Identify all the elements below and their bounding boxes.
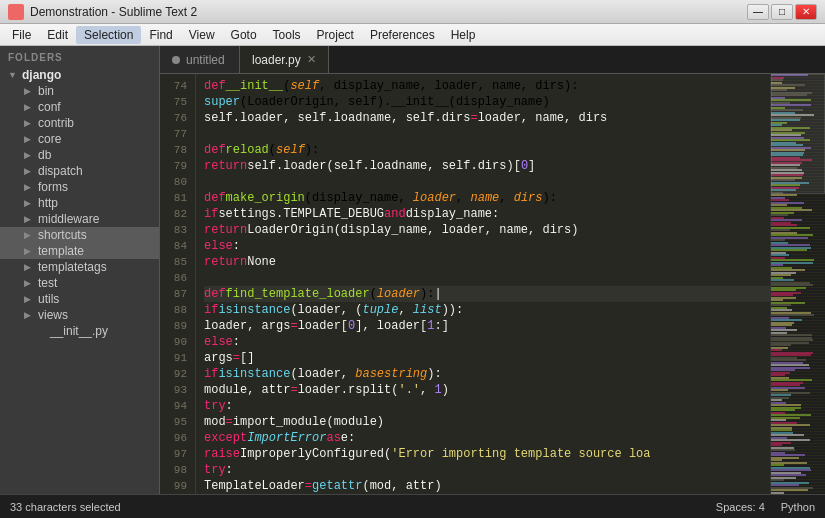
code-editor[interactable]: 7475767778798081828384858687888990919293… [160,74,770,494]
maximize-button[interactable]: □ [771,4,793,20]
code-line: loader, args = loader[0], loader[1:] [204,318,770,334]
sidebar-item-test[interactable]: ▶test [0,275,159,291]
code-line: super(LoaderOrigin, self).__init__(displ… [204,94,770,110]
line-number: 99 [164,478,187,494]
code-line [204,174,770,190]
line-number: 77 [164,126,187,142]
sidebar-item-shortcuts[interactable]: ▶shortcuts [0,227,159,243]
code-line: def make_origin(display_name, loader, na… [204,190,770,206]
menu-item-edit[interactable]: Edit [39,26,76,44]
tab-modified-dot [172,56,180,64]
tab-label: untitled [186,53,225,67]
sidebar-item-utils[interactable]: ▶utils [0,291,159,307]
menu-item-view[interactable]: View [181,26,223,44]
sidebar-item-db[interactable]: ▶db [0,147,159,163]
status-selection: 33 characters selected [10,501,704,513]
code-line [204,270,770,286]
sidebar-item-templatetags[interactable]: ▶templatetags [0,259,159,275]
tab-loader-py[interactable]: loader.py✕ [240,46,329,73]
code-line: TemplateLoader = getattr(mod, attr) [204,478,770,494]
main-layout: FOLDERS ▼django▶bin▶conf▶contrib▶core▶db… [0,46,825,494]
sidebar-item-views[interactable]: ▶views [0,307,159,323]
window-title: Demonstration - Sublime Text 2 [30,5,747,19]
sidebar: FOLDERS ▼django▶bin▶conf▶contrib▶core▶db… [0,46,160,494]
status-right: Spaces: 4 Python [716,501,815,513]
code-line: mod = import_module(module) [204,414,770,430]
window-controls: — □ ✕ [747,4,817,20]
title-bar: Demonstration - Sublime Text 2 — □ ✕ [0,0,825,24]
sidebar-item-conf[interactable]: ▶conf [0,99,159,115]
folders-label: FOLDERS [0,46,159,67]
menu-item-preferences[interactable]: Preferences [362,26,443,44]
code-line: return None [204,254,770,270]
status-spaces[interactable]: Spaces: 4 [716,501,765,513]
line-number: 98 [164,462,187,478]
menu-item-goto[interactable]: Goto [223,26,265,44]
menu-item-project[interactable]: Project [309,26,362,44]
line-number: 81 [164,190,187,206]
code-line [204,126,770,142]
code-line: else: [204,238,770,254]
code-line: def __init__(self, display_name, loader,… [204,78,770,94]
sidebar-item-forms[interactable]: ▶forms [0,179,159,195]
code-line: if settings.TEMPLATE_DEBUG and display_n… [204,206,770,222]
sidebar-item-template[interactable]: ▶template [0,243,159,259]
sidebar-item-http[interactable]: ▶http [0,195,159,211]
editor-area: untitledloader.py✕ 747576777879808182838… [160,46,825,494]
code-line: raise ImproperlyConfigured('Error import… [204,446,770,462]
sidebar-item-django[interactable]: ▼django [0,67,159,83]
menu-item-help[interactable]: Help [443,26,484,44]
code-line: try: [204,462,770,478]
menu-item-tools[interactable]: Tools [265,26,309,44]
code-line: return self.loader(self.loadname, self.d… [204,158,770,174]
code-line: except ImportError as e: [204,430,770,446]
sidebar-item-dispatch[interactable]: ▶dispatch [0,163,159,179]
code-line: def reload(self): [204,142,770,158]
line-number: 83 [164,222,187,238]
line-number: 94 [164,398,187,414]
sidebar-item-contrib[interactable]: ▶contrib [0,115,159,131]
line-number: 90 [164,334,187,350]
line-number: 92 [164,366,187,382]
line-number: 88 [164,302,187,318]
minimize-button[interactable]: — [747,4,769,20]
status-language[interactable]: Python [781,501,815,513]
code-line: args = [] [204,350,770,366]
line-number: 79 [164,158,187,174]
line-number: 93 [164,382,187,398]
code-line: try: [204,398,770,414]
menu-bar: FileEditSelectionFindViewGotoToolsProjec… [0,24,825,46]
code-line: self.loader, self.loadname, self.dirs = … [204,110,770,126]
line-number: 78 [164,142,187,158]
sidebar-item-core[interactable]: ▶core [0,131,159,147]
line-number: 86 [164,270,187,286]
line-number: 82 [164,206,187,222]
code-line: else: [204,334,770,350]
line-number: 89 [164,318,187,334]
code-content[interactable]: def __init__(self, display_name, loader,… [196,74,770,494]
sidebar-item---init---py[interactable]: __init__.py [0,323,159,339]
line-number: 84 [164,238,187,254]
line-number: 91 [164,350,187,366]
code-line: def find_template_loader(loader):| [204,286,770,302]
minimap [770,74,825,494]
tab-close-button[interactable]: ✕ [307,54,316,65]
line-number: 85 [164,254,187,270]
menu-item-selection[interactable]: Selection [76,26,141,44]
status-bar: 33 characters selected Spaces: 4 Python [0,494,825,518]
minimap-viewport [771,74,825,194]
close-button[interactable]: ✕ [795,4,817,20]
line-numbers: 7475767778798081828384858687888990919293… [160,74,196,494]
code-line: module, attr = loader.rsplit('.', 1) [204,382,770,398]
line-number: 80 [164,174,187,190]
line-number: 96 [164,430,187,446]
sidebar-item-middleware[interactable]: ▶middleware [0,211,159,227]
tab-untitled[interactable]: untitled [160,46,240,73]
menu-item-file[interactable]: File [4,26,39,44]
code-line: if isinstance(loader, (tuple, list)): [204,302,770,318]
line-number: 97 [164,446,187,462]
code-line: if isinstance(loader, basestring): [204,366,770,382]
tab-label: loader.py [252,53,301,67]
sidebar-item-bin[interactable]: ▶bin [0,83,159,99]
menu-item-find[interactable]: Find [141,26,180,44]
